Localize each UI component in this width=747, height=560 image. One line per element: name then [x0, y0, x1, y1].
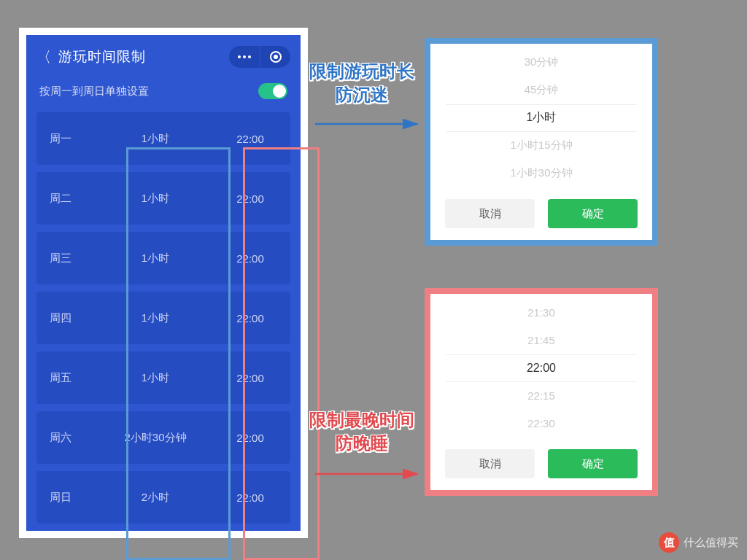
- day-name: 周六: [36, 431, 101, 445]
- picker-option[interactable]: 22:00: [446, 354, 636, 382]
- day-name: 周四: [36, 311, 101, 325]
- picker-option[interactable]: 45分钟: [430, 77, 652, 104]
- day-rows: 周一1小时22:00周二1小时22:00周三1小时22:00周四1小时22:00…: [26, 112, 301, 524]
- per-day-toggle[interactable]: [258, 83, 287, 99]
- day-time: 22:00: [210, 491, 290, 504]
- back-icon[interactable]: 〈: [36, 47, 51, 67]
- picker-option[interactable]: 1小时30分钟: [430, 160, 652, 187]
- picker-option[interactable]: 21:30: [430, 299, 652, 327]
- day-duration: 1小时: [101, 371, 210, 385]
- watermark-badge-icon: 值: [659, 532, 679, 553]
- capsule-buttons: [229, 46, 290, 68]
- picker-option[interactable]: 1小时: [446, 104, 636, 132]
- day-row[interactable]: 周五1小时22:00: [36, 351, 290, 404]
- picker-option[interactable]: 1小时15分钟: [430, 132, 652, 160]
- day-name: 周一: [36, 132, 101, 146]
- time-picker-card: 21:3021:4522:0022:1522:30 取消 确定: [425, 288, 658, 496]
- day-row[interactable]: 周三1小时22:00: [36, 232, 290, 284]
- day-row[interactable]: 周六2小时30分钟22:00: [36, 411, 290, 464]
- picker-option[interactable]: 22:15: [430, 382, 652, 410]
- phone-screen: 〈 游玩时间限制 按周一到周日单独设置 周一1小时22:00周二1小时22:00…: [26, 35, 301, 531]
- duration-picker[interactable]: 30分钟45分钟1小时1小时15分钟1小时30分钟: [430, 44, 652, 192]
- day-time: 22:00: [210, 133, 290, 145]
- time-picker[interactable]: 21:3021:4522:0022:1522:30: [430, 294, 652, 442]
- cancel-button[interactable]: 取消: [445, 199, 535, 228]
- day-time: 22:00: [210, 312, 290, 324]
- day-time: 22:00: [210, 252, 290, 265]
- duration-picker-card: 30分钟45分钟1小时1小时15分钟1小时30分钟 取消 确定: [425, 38, 658, 246]
- annotation-duration: 限制游玩时长 防沉迷: [309, 60, 414, 107]
- menu-button[interactable]: [229, 46, 260, 68]
- day-time: 22:00: [210, 372, 290, 384]
- picker-option[interactable]: 22:30: [430, 410, 652, 438]
- day-row[interactable]: 周日2小时22:00: [36, 471, 290, 524]
- watermark-text: 什么值得买: [684, 536, 738, 550]
- day-name: 周三: [36, 252, 101, 265]
- ok-button[interactable]: 确定: [548, 199, 638, 228]
- arrow-latest: [315, 467, 432, 481]
- day-time: 22:00: [210, 432, 290, 444]
- day-duration: 1小时: [101, 311, 210, 325]
- ok-button[interactable]: 确定: [548, 449, 638, 478]
- titlebar: 〈 游玩时间限制: [26, 35, 301, 76]
- toggle-label: 按周一到周日单独设置: [39, 85, 149, 98]
- cancel-button[interactable]: 取消: [445, 449, 535, 478]
- day-time: 22:00: [210, 192, 290, 205]
- page-title: 游玩时间限制: [58, 47, 146, 66]
- per-day-toggle-row: 按周一到周日单独设置: [26, 76, 301, 112]
- day-duration: 2小时30分钟: [101, 431, 210, 445]
- day-row[interactable]: 周二1小时22:00: [36, 172, 290, 225]
- day-duration: 1小时: [101, 132, 210, 146]
- picker-option[interactable]: 30分钟: [430, 49, 652, 77]
- day-row[interactable]: 周一1小时22:00: [36, 112, 290, 165]
- phone-frame: 〈 游玩时间限制 按周一到周日单独设置 周一1小时22:00周二1小时22:00…: [19, 28, 308, 538]
- day-duration: 1小时: [101, 192, 210, 206]
- day-name: 周日: [36, 491, 101, 505]
- day-name: 周五: [36, 371, 101, 385]
- day-row[interactable]: 周四1小时22:00: [36, 292, 290, 344]
- arrow-duration: [315, 117, 432, 131]
- watermark: 值 什么值得买: [659, 532, 738, 553]
- day-duration: 2小时: [101, 491, 210, 505]
- day-duration: 1小时: [101, 252, 210, 265]
- close-miniapp-button[interactable]: [260, 46, 290, 68]
- picker-option[interactable]: 21:45: [430, 327, 652, 354]
- annotation-latest: 限制最晚时间 防晚睡: [309, 408, 414, 456]
- day-name: 周二: [36, 192, 101, 206]
